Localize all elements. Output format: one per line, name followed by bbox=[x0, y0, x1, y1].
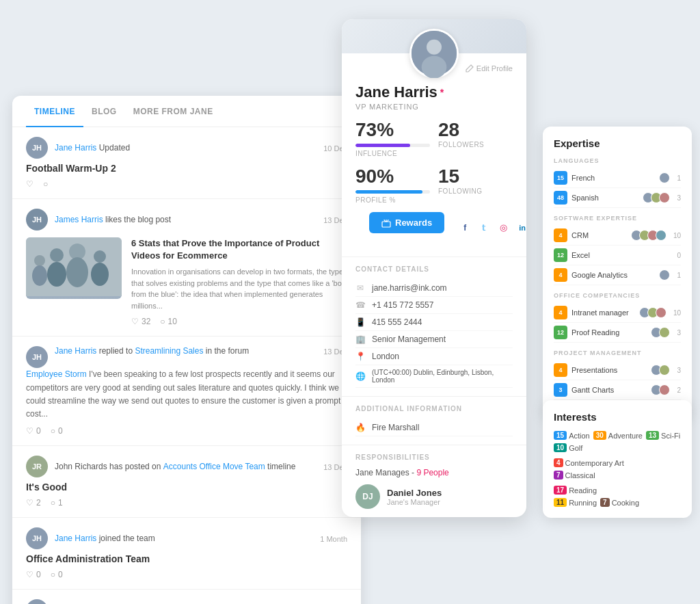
expertise-name: Gantt Charts bbox=[571, 386, 649, 394]
svg-point-1 bbox=[50, 248, 64, 262]
svg-point-8 bbox=[32, 265, 47, 286]
interest-label: Cooking bbox=[612, 499, 639, 507]
avatar: JR bbox=[26, 456, 48, 477]
team-link[interactable]: Accounts Office Move Team bbox=[163, 462, 265, 471]
like-action[interactable]: 0 bbox=[26, 426, 41, 436]
forum-subject-link[interactable]: Employee Storm bbox=[26, 369, 87, 379]
influence-bar bbox=[355, 144, 430, 147]
tab-timeline[interactable]: TIMELINE bbox=[26, 96, 83, 127]
profile-pct-value: 90% bbox=[355, 166, 430, 187]
expertise-group-languages: LANGUAGES 15 French 1 48 Spanish 3 bbox=[554, 157, 681, 208]
svg-point-4 bbox=[66, 257, 88, 287]
actor-link[interactable]: Jane Harris bbox=[55, 143, 96, 153]
manages-text: Jane Manages - 9 People bbox=[355, 468, 513, 477]
comment-action[interactable]: 0 bbox=[51, 570, 63, 579]
expertise-count: 1 bbox=[677, 272, 681, 279]
interest-num: 4 bbox=[554, 458, 563, 467]
expertise-count: 1 bbox=[677, 174, 681, 182]
profile-name: Jane Harris* bbox=[355, 83, 444, 101]
feed-item: JR John Richards has posted on Accounts … bbox=[12, 446, 361, 518]
contact-location-row: 📍 London bbox=[355, 348, 513, 365]
avatar: JH bbox=[26, 137, 48, 159]
interest-tag: 7 Cooking bbox=[600, 498, 639, 507]
avatar: JH bbox=[26, 346, 48, 368]
feed-meta: Jane Harris Updated bbox=[55, 143, 323, 153]
like-action[interactable]: 32 bbox=[131, 317, 150, 326]
expertise-badge: 4 bbox=[554, 306, 567, 319]
comment-action[interactable]: 0 bbox=[51, 426, 63, 436]
blog-thumbnail bbox=[26, 237, 122, 299]
expertise-avatars bbox=[654, 384, 670, 395]
additional-value: Fire Marshall bbox=[372, 423, 419, 432]
expertise-card-title: Expertise bbox=[554, 137, 681, 149]
phone-icon: ☎ bbox=[355, 300, 365, 310]
instagram-icon[interactable]: ◎ bbox=[496, 221, 510, 235]
linkedin-icon[interactable]: in bbox=[515, 221, 526, 235]
forum-text: Employee Storm I've been speaking to a f… bbox=[26, 368, 347, 421]
mini-avatar bbox=[659, 192, 670, 203]
twitter-icon[interactable]: 𝕥 bbox=[477, 221, 491, 235]
avatar: JH bbox=[26, 599, 48, 604]
tab-more-from-jane[interactable]: MORE FROM JANE bbox=[125, 96, 221, 127]
manager-name: Daniel Jones bbox=[387, 488, 442, 498]
interest-label: Contemporary Art bbox=[565, 459, 624, 467]
interests-tags: 15 Action 30 Adventure 13 Sci-Fi 10 Golf… bbox=[554, 431, 681, 507]
expertise-name: Intranet manager bbox=[571, 308, 638, 317]
profile-pct-bar-fill bbox=[355, 190, 422, 194]
contact-mobile-row: 📱 415 555 2444 bbox=[355, 314, 513, 331]
expertise-count: 10 bbox=[673, 309, 681, 317]
interest-label: Action bbox=[569, 432, 590, 440]
expertise-row: 4 Intranet manager 10 bbox=[554, 303, 681, 323]
profile-card: Jane Harris* VP MARKETING Edit Profile 7… bbox=[342, 19, 526, 517]
comment-action[interactable]: 1 bbox=[51, 498, 63, 508]
interest-num: 10 bbox=[554, 443, 567, 452]
interests-card: Interests 15 Action 30 Adventure 13 Sci-… bbox=[543, 400, 692, 518]
interest-label: Golf bbox=[569, 444, 582, 452]
svg-point-11 bbox=[422, 56, 447, 78]
expertise-avatars bbox=[645, 192, 670, 203]
interest-num: 30 bbox=[593, 431, 606, 440]
expertise-row: 48 Spanish 3 bbox=[554, 188, 681, 208]
expertise-avatars bbox=[634, 230, 667, 241]
tab-blog[interactable]: BLOG bbox=[83, 96, 125, 127]
forum-link[interactable]: Streamlining Sales bbox=[135, 346, 203, 356]
actor-link[interactable]: James Harris bbox=[55, 215, 103, 224]
feed-meta: James Harris likes the blog post bbox=[55, 215, 323, 224]
comment-icon bbox=[160, 317, 165, 326]
interest-tag: 10 Golf bbox=[554, 443, 582, 452]
expertise-badge: 12 bbox=[554, 248, 567, 262]
like-action[interactable]: 0 bbox=[26, 570, 41, 579]
blog-desc: Innovation in organisations can develop … bbox=[131, 266, 347, 311]
svg-point-5 bbox=[94, 250, 106, 263]
following-value: 15 bbox=[438, 166, 513, 187]
interest-tag: 7 Classical bbox=[554, 471, 595, 480]
manager-info: Daniel Jones Jane's Manager bbox=[387, 488, 442, 506]
additional-section-label: ADDITIONAL INFORMATION bbox=[355, 405, 513, 412]
interest-tag: 30 Adventure bbox=[593, 431, 643, 440]
blog-post-inner: 6 Stats that Prove the Importance of Pro… bbox=[26, 237, 347, 326]
like-action[interactable] bbox=[26, 179, 33, 189]
blog-title: 6 Stats that Prove the Importance of Pro… bbox=[131, 237, 347, 262]
like-action[interactable]: 2 bbox=[26, 498, 41, 508]
rewards-button[interactable]: Rewards bbox=[369, 212, 444, 233]
svg-point-6 bbox=[91, 263, 109, 286]
actor-link[interactable]: Jane Harris bbox=[55, 346, 96, 356]
comment-icon bbox=[51, 426, 55, 436]
expertise-badge: 12 bbox=[554, 326, 567, 339]
facebook-icon[interactable]: f bbox=[458, 221, 472, 235]
comment-action[interactable]: 10 bbox=[160, 317, 177, 326]
like-icon bbox=[26, 426, 33, 436]
svg-rect-12 bbox=[382, 222, 390, 227]
profile-avatar-wrap bbox=[342, 29, 526, 78]
comment-icon bbox=[51, 498, 55, 508]
actor-link[interactable]: Jane Harris bbox=[55, 534, 96, 543]
manages-link[interactable]: 9 People bbox=[416, 468, 448, 477]
blog-thumb-image bbox=[26, 237, 122, 299]
fire-icon: 🔥 bbox=[355, 423, 365, 432]
blog-post-item: JH James Harris likes the blog post 13 D… bbox=[12, 199, 361, 337]
expertise-badge: 48 bbox=[554, 191, 567, 205]
expertise-count: 3 bbox=[677, 329, 681, 337]
comment-action[interactable] bbox=[43, 179, 48, 189]
additional-section: ADDITIONAL INFORMATION 🔥 Fire Marshall bbox=[342, 396, 526, 445]
interest-label: Reading bbox=[569, 486, 597, 495]
